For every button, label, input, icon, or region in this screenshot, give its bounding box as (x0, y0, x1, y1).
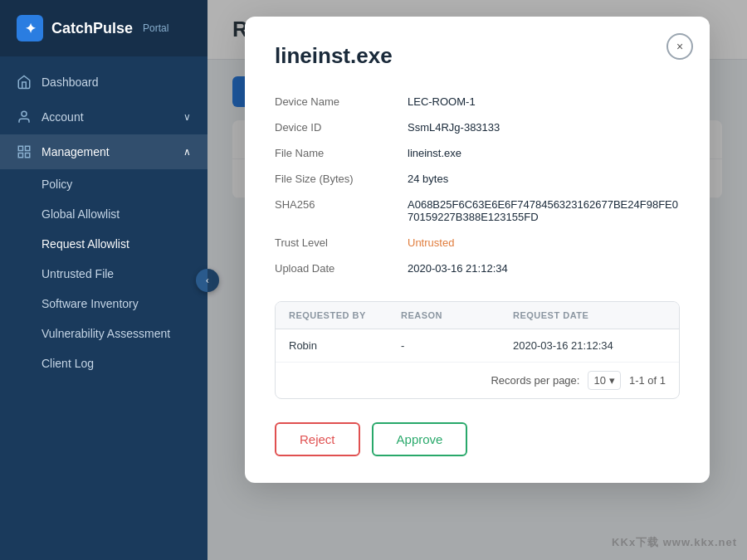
software-inventory-label: Software Inventory (42, 297, 139, 310)
sidebar-item-account-label: Account (42, 110, 84, 124)
col-request-date: REQUEST DATE (500, 302, 679, 329)
sidebar-navigation: Dashboard Account ∨ Management ∧ Policy … (0, 56, 208, 560)
request-allowlist-label: Request Allowlist (42, 237, 129, 251)
file-detail-modal: × lineinst.exe Device Name LEC-ROOM-1 De… (245, 17, 710, 483)
svg-point-0 (22, 111, 27, 116)
device-name-value: LEC-ROOM-1 (408, 89, 680, 114)
sidebar-logo: ✦ CatchPulse Portal (0, 0, 208, 56)
modal-title: lineinst.exe (275, 43, 680, 69)
col-requested-by: REQUESTED BY (276, 302, 388, 329)
cell-request-date: 2020-03-16 21:12:34 (500, 329, 679, 362)
device-id-label: Device ID (275, 114, 408, 140)
sha256-label: SHA256 (275, 192, 408, 217)
reject-button[interactable]: Reject (275, 422, 360, 456)
management-chevron-icon: ∧ (183, 146, 191, 158)
table-footer: Records per page: 10 ▾ 1-1 of 1 (276, 363, 679, 398)
logo-portal: Portal (143, 22, 168, 34)
trust-level-label: Trust Level (275, 230, 408, 256)
sidebar-item-client-log[interactable]: Client Log (42, 348, 208, 378)
requests-table-header: REQUESTED BY REASON REQUEST DATE (276, 302, 679, 329)
sidebar-item-policy[interactable]: Policy (42, 169, 208, 199)
sidebar-item-global-allowlist[interactable]: Global Allowlist (42, 199, 208, 229)
page-info: 1-1 of 1 (629, 374, 666, 387)
svg-rect-3 (18, 153, 22, 158)
management-icon (17, 144, 32, 159)
sidebar-item-account[interactable]: Account ∨ (0, 100, 208, 134)
logo-icon: ✦ (17, 15, 43, 41)
modal-actions: Reject Approve (275, 422, 680, 456)
management-submenu: Policy Global Allowlist Request Allowlis… (0, 169, 208, 378)
sidebar-item-dashboard[interactable]: Dashboard (0, 65, 208, 100)
svg-rect-1 (18, 146, 22, 150)
sidebar-item-request-allowlist[interactable]: Request Allowlist (42, 229, 208, 259)
upload-date-value: 2020-03-16 21:12:34 (408, 256, 680, 281)
dashboard-icon (17, 75, 32, 90)
untrusted-file-label: Untrusted File (42, 267, 114, 280)
sidebar-item-management[interactable]: Management ∧ (0, 134, 208, 169)
cell-reason: - (388, 329, 500, 362)
logo-text: CatchPulse (51, 20, 133, 37)
account-icon (17, 110, 32, 124)
upload-date-label: Upload Date (275, 256, 408, 281)
sidebar: ✦ CatchPulse Portal Dashboard Account ∨ … (0, 0, 208, 560)
records-per-page-value: 10 (593, 374, 605, 387)
account-chevron-icon: ∨ (183, 111, 191, 123)
sha256-value: A068B25F6C63E6E6F7478456323162677BE24F98… (408, 192, 680, 230)
sidebar-item-untrusted-file[interactable]: Untrusted File (42, 259, 208, 289)
sidebar-item-dashboard-label: Dashboard (42, 75, 99, 89)
sidebar-item-management-label: Management (42, 145, 110, 158)
file-size-value: 24 bytes (408, 166, 680, 192)
modal-close-button[interactable]: × (666, 33, 693, 60)
table-row: Robin - 2020-03-16 21:12:34 (276, 329, 679, 363)
trust-level-value: Untrusted (408, 230, 680, 256)
svg-rect-4 (26, 153, 30, 158)
main-content: Reque New Select × lineinst.exe Device N… (208, 0, 747, 560)
file-name-value: lineinst.exe (408, 140, 680, 166)
records-per-page-label: Records per page: (491, 374, 579, 387)
device-name-label: Device Name (275, 89, 408, 114)
vulnerability-assessment-label: Vulnerability Assessment (42, 327, 170, 340)
svg-rect-2 (26, 146, 30, 150)
records-dropdown-icon: ▾ (609, 374, 615, 387)
client-log-label: Client Log (42, 357, 94, 370)
modal-overlay: × lineinst.exe Device Name LEC-ROOM-1 De… (208, 0, 747, 560)
records-per-page-select[interactable]: 10 ▾ (588, 371, 620, 390)
global-allowlist-label: Global Allowlist (42, 207, 120, 221)
approve-button[interactable]: Approve (372, 422, 468, 456)
detail-grid: Device Name LEC-ROOM-1 Device ID SsmL4RJ… (275, 89, 680, 281)
file-size-label: File Size (Bytes) (275, 166, 408, 192)
cell-requested-by: Robin (276, 329, 388, 362)
sidebar-item-software-inventory[interactable]: Software Inventory (42, 289, 208, 319)
requests-table: REQUESTED BY REASON REQUEST DATE Robin -… (275, 301, 680, 399)
device-id-value: SsmL4RJg-383133 (408, 114, 680, 140)
sidebar-item-vulnerability-assessment[interactable]: Vulnerability Assessment (42, 319, 208, 348)
policy-label: Policy (42, 178, 72, 191)
col-reason: REASON (388, 302, 500, 329)
file-name-label: File Name (275, 140, 408, 166)
